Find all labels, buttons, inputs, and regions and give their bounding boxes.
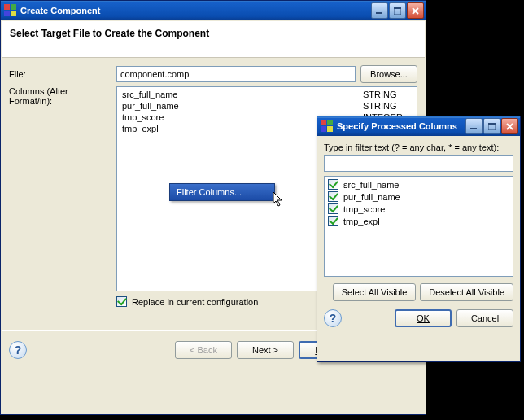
svg-rect-16 [488, 123, 496, 125]
maximize-button[interactable] [389, 2, 406, 19]
browse-button[interactable]: Browse... [360, 65, 417, 83]
cancel-button[interactable]: Cancel [456, 309, 513, 327]
app-icon [4, 4, 17, 17]
help-button[interactable]: ? [324, 309, 342, 327]
titlebar[interactable]: Specify Processed Columns [317, 116, 520, 136]
filter-columns-menu-item[interactable]: Filter Columns... [170, 184, 274, 200]
file-input[interactable] [116, 66, 356, 82]
svg-rect-0 [4, 4, 10, 10]
replace-checkbox[interactable] [116, 296, 127, 307]
columns-label: Columns (Alter Format/in): [9, 86, 111, 106]
deselect-all-button[interactable]: Deselect All Visible [420, 283, 513, 301]
replace-label: Replace in current configuration [132, 297, 258, 307]
maximize-button[interactable] [483, 118, 500, 134]
list-item[interactable]: src_full_name [326, 178, 511, 190]
next-button[interactable]: Next > [237, 341, 294, 359]
checkbox[interactable] [328, 203, 338, 214]
close-button[interactable] [501, 118, 518, 134]
list-item[interactable]: tmp_expl [326, 215, 511, 227]
select-all-button[interactable]: Select All Visible [333, 283, 417, 301]
window-controls [370, 2, 424, 19]
list-item[interactable]: src_full_name STRING [119, 89, 415, 100]
help-button[interactable]: ? [9, 341, 27, 359]
file-label: File: [9, 69, 111, 79]
list-item[interactable]: pur_full_name STRING [119, 100, 415, 112]
titlebar[interactable]: Create Component [1, 1, 426, 20]
svg-rect-10 [321, 120, 326, 125]
window-controls [465, 118, 518, 134]
svg-rect-2 [4, 11, 10, 16]
specify-processed-columns-window: Specify Processed Columns Type in filter… [317, 116, 521, 362]
back-button[interactable]: < Back [175, 341, 232, 359]
window-title: Specify Processed Columns [337, 121, 465, 131]
svg-rect-11 [327, 120, 333, 125]
svg-rect-6 [394, 7, 401, 9]
checkbox[interactable] [328, 216, 338, 226]
app-icon [321, 120, 334, 133]
svg-rect-13 [327, 126, 333, 132]
list-item[interactable]: tmp_score [326, 203, 511, 215]
context-menu: Filter Columns... [169, 183, 275, 201]
svg-rect-14 [470, 128, 477, 129]
filter-label: Type in filter text (? = any char, * = a… [324, 142, 513, 152]
svg-rect-4 [376, 12, 382, 14]
minimize-button[interactable] [465, 118, 483, 134]
column-checklist[interactable]: src_full_name pur_full_name tmp_score tm… [324, 176, 513, 277]
svg-rect-1 [11, 4, 16, 10]
minimize-button[interactable] [371, 2, 388, 19]
cursor-icon [273, 192, 285, 208]
list-item[interactable]: pur_full_name [326, 190, 511, 203]
svg-rect-3 [11, 11, 16, 16]
checkbox[interactable] [328, 191, 338, 202]
close-button[interactable] [407, 2, 424, 19]
ok-button[interactable]: OK [395, 309, 452, 327]
window-title: Create Component [20, 6, 370, 15]
wizard-heading: Select Target File to Create the Compone… [2, 21, 425, 58]
checkbox[interactable] [328, 179, 338, 190]
svg-rect-12 [321, 126, 326, 132]
filter-input[interactable] [324, 155, 513, 172]
